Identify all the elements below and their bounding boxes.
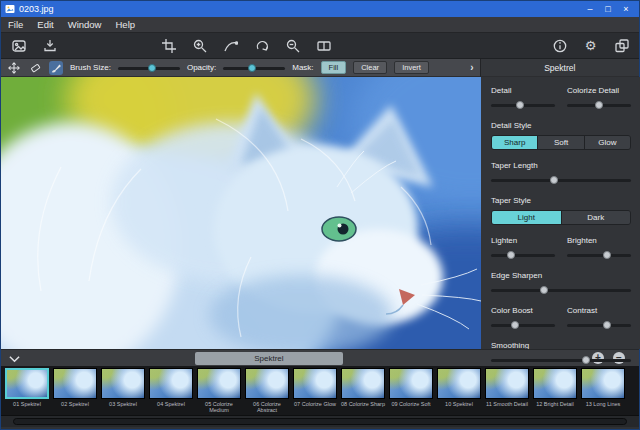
preset-thumbnail-image[interactable] bbox=[389, 368, 433, 399]
preset-thumbnail[interactable]: 07 Colorize Glow bbox=[292, 368, 338, 415]
detail-slider[interactable] bbox=[491, 100, 555, 110]
preset-thumbnail[interactable]: 06 Colorize Abstract bbox=[244, 368, 290, 415]
detail-style-sharp-button[interactable]: Sharp bbox=[492, 136, 538, 149]
minimize-button[interactable]: – bbox=[581, 2, 599, 16]
preset-thumbnail[interactable]: 08 Colorize Sharp bbox=[340, 368, 386, 415]
preset-thumbnail-image[interactable] bbox=[581, 368, 625, 399]
colorize-detail-thumb[interactable] bbox=[595, 101, 603, 109]
preset-thumbnail[interactable]: 04 Spektrel bbox=[148, 368, 194, 415]
menu-window[interactable]: Window bbox=[68, 19, 102, 30]
detail-thumb[interactable] bbox=[516, 101, 524, 109]
preset-thumbnail-image[interactable] bbox=[5, 368, 49, 399]
preset-thumbnail[interactable]: 10 Spektrel bbox=[436, 368, 482, 415]
eraser-tool-icon[interactable] bbox=[28, 61, 42, 75]
preset-thumbnail-image[interactable] bbox=[197, 368, 241, 399]
horizontal-scrollbar[interactable] bbox=[1, 415, 639, 427]
opacity-slider[interactable] bbox=[223, 63, 285, 73]
taper-style-light-button[interactable]: Light bbox=[492, 211, 562, 224]
smoothing-slider[interactable] bbox=[491, 355, 631, 365]
brush-tool-icon[interactable] bbox=[49, 61, 63, 75]
preset-thumbnail[interactable]: 05 Colorize Medium bbox=[196, 368, 242, 415]
preset-thumbnail[interactable]: 01 Spektrel bbox=[4, 368, 50, 415]
preset-thumbnail[interactable]: 11 Smooth Detail bbox=[484, 368, 530, 415]
preset-thumbnail[interactable]: 03 Spektrel bbox=[100, 368, 146, 415]
preset-thumbnail[interactable]: 13 Long Lines bbox=[580, 368, 626, 415]
lighten-track[interactable] bbox=[491, 254, 555, 257]
brighten-label: Brighten bbox=[567, 236, 631, 245]
opacity-label: Opacity: bbox=[187, 63, 216, 72]
panel-header: Spektrel bbox=[480, 59, 640, 77]
color-boost-track[interactable] bbox=[491, 324, 555, 327]
smoothing-track[interactable] bbox=[491, 359, 631, 362]
close-button[interactable]: × bbox=[617, 2, 635, 16]
crop-icon[interactable] bbox=[161, 38, 176, 53]
info-icon[interactable] bbox=[552, 38, 567, 53]
preset-thumbnail-image[interactable] bbox=[437, 368, 481, 399]
detail-style-soft-button[interactable]: Soft bbox=[538, 136, 584, 149]
mask-invert-button[interactable]: Invert bbox=[394, 61, 429, 74]
preset-thumbnail-image[interactable] bbox=[149, 368, 193, 399]
menu-help[interactable]: Help bbox=[115, 19, 135, 30]
smoothing-thumb[interactable] bbox=[582, 356, 590, 364]
contrast-track[interactable] bbox=[567, 324, 631, 327]
opacity-thumb[interactable] bbox=[248, 64, 256, 72]
taper-length-slider[interactable] bbox=[491, 175, 631, 185]
preset-thumbnail-image[interactable] bbox=[293, 368, 337, 399]
preset-thumbnail-image[interactable] bbox=[533, 368, 577, 399]
preset-thumbnail[interactable]: 02 Spektrel bbox=[52, 368, 98, 415]
brighten-track[interactable] bbox=[567, 254, 631, 257]
scrollbar-handle[interactable] bbox=[13, 418, 627, 425]
taper-style-dark-button[interactable]: Dark bbox=[562, 211, 631, 224]
settings-gear-icon[interactable]: ⚙ bbox=[583, 38, 598, 53]
color-boost-slider[interactable] bbox=[491, 320, 555, 330]
color-boost-thumb[interactable] bbox=[511, 321, 519, 329]
brush-size-slider[interactable] bbox=[118, 63, 180, 73]
taper-length-track[interactable] bbox=[491, 179, 631, 182]
lighten-thumb[interactable] bbox=[507, 251, 515, 259]
lighten-slider[interactable] bbox=[491, 250, 555, 260]
preset-thumbnail[interactable]: 09 Colorize Soft bbox=[388, 368, 434, 415]
preset-thumbnail[interactable]: 12 Bright Detail bbox=[532, 368, 578, 415]
presets-gallery-icon[interactable] bbox=[614, 38, 629, 53]
detail-style-glow-button[interactable]: Glow bbox=[585, 136, 630, 149]
chevron-down-icon[interactable] bbox=[9, 349, 20, 367]
menu-edit[interactable]: Edit bbox=[37, 19, 53, 30]
zoom-in-icon[interactable] bbox=[192, 38, 207, 53]
curve-tool-icon[interactable] bbox=[223, 38, 238, 53]
contrast-slider[interactable] bbox=[567, 320, 631, 330]
preset-thumbnail-image[interactable] bbox=[53, 368, 97, 399]
taper-length-thumb[interactable] bbox=[550, 176, 558, 184]
preset-strip: 01 Spektrel 02 Spektrel 03 Spektrel 04 S… bbox=[1, 366, 639, 415]
brighten-thumb[interactable] bbox=[603, 251, 611, 259]
edge-sharpen-slider[interactable] bbox=[491, 285, 631, 295]
brighten-slider[interactable] bbox=[567, 250, 631, 260]
maximize-button[interactable]: □ bbox=[599, 2, 617, 16]
preset-thumbnail-image[interactable] bbox=[341, 368, 385, 399]
edge-sharpen-track[interactable] bbox=[491, 289, 631, 292]
brush-size-thumb[interactable] bbox=[148, 64, 156, 72]
titlebar[interactable]: 0203.jpg – □ × bbox=[1, 1, 639, 17]
canvas-image[interactable] bbox=[1, 77, 481, 349]
move-tool-icon[interactable] bbox=[7, 61, 21, 75]
redo-icon[interactable] bbox=[254, 38, 269, 53]
colorize-detail-slider[interactable] bbox=[567, 100, 631, 110]
edge-sharpen-label: Edge Sharpen bbox=[491, 271, 631, 280]
chevron-right-icon[interactable]: › bbox=[470, 62, 473, 73]
window-bottom-edge bbox=[1, 427, 639, 429]
edge-sharpen-thumb[interactable] bbox=[540, 286, 548, 294]
mask-fill-button[interactable]: Fill bbox=[321, 61, 347, 74]
contrast-thumb[interactable] bbox=[603, 321, 611, 329]
preset-thumbnail-image[interactable] bbox=[245, 368, 289, 399]
open-image-icon[interactable] bbox=[11, 38, 26, 53]
mask-clear-button[interactable]: Clear bbox=[353, 61, 387, 74]
zoom-out-icon[interactable] bbox=[285, 38, 300, 53]
preset-thumb-label: 12 Bright Detail bbox=[536, 401, 574, 407]
preset-thumbnail-image[interactable] bbox=[485, 368, 529, 399]
preset-category-tab[interactable]: Spektrel bbox=[195, 352, 343, 365]
import-image-icon[interactable] bbox=[42, 38, 57, 53]
taper-style-label: Taper Style bbox=[491, 196, 631, 205]
contrast-label: Contrast bbox=[567, 306, 631, 315]
compare-icon[interactable] bbox=[316, 38, 331, 53]
preset-thumbnail-image[interactable] bbox=[101, 368, 145, 399]
menu-file[interactable]: File bbox=[8, 19, 23, 30]
